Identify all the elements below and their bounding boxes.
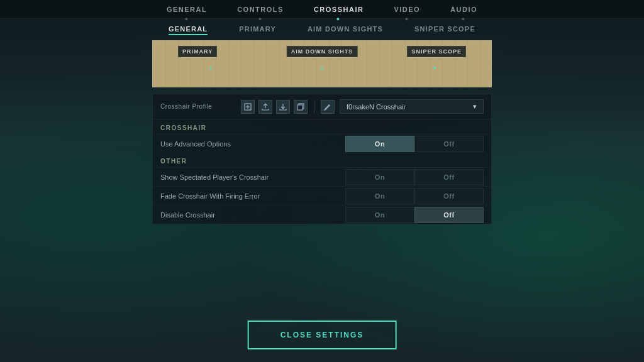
svg-rect-4 (297, 105, 303, 110)
dropdown-arrow-icon: ▾ (473, 102, 477, 111)
profile-dropdown[interactable]: f0rsakeN Crosshair ▾ (340, 99, 484, 114)
toggle-show-spectated: On Off (345, 169, 484, 185)
toggle-spectated-off[interactable]: Off (414, 169, 484, 185)
preview-label-sniper: SNIPER SCOPE (407, 46, 466, 57)
sub-navigation: GENERAL PRIMARY AIM DOWN SIGHTS SNIPER S… (0, 19, 644, 40)
toggle-advanced-options: On Off (345, 136, 484, 152)
nav-item-crosshair[interactable]: CROSSHAIR (311, 1, 367, 18)
other-section-header: OTHER (153, 153, 491, 167)
profile-download-button[interactable] (276, 100, 290, 114)
setting-label-show-spectated: Show Spectated Player's Crosshair (160, 173, 345, 181)
toggle-fade-crosshair: On Off (345, 188, 484, 204)
subnav-general[interactable]: GENERAL (169, 25, 208, 35)
preview-label-ads: AIM DOWN SIGHTS (287, 46, 358, 57)
nav-item-audio[interactable]: AUDIO (448, 1, 480, 18)
toggle-disable-off[interactable]: Off (414, 207, 484, 223)
toggle-disable-crosshair: On Off (345, 207, 484, 223)
setting-show-spectated: Show Spectated Player's Crosshair On Off (153, 167, 491, 186)
toggle-fade-off[interactable]: Off (414, 188, 484, 204)
crosshair-profile-row: Crosshair Profile (153, 94, 491, 119)
svg-line-5 (329, 104, 330, 106)
profile-upload-button[interactable] (258, 100, 272, 114)
profile-separator (314, 101, 314, 113)
setting-disable-crosshair: Disable Crosshair On Off (153, 205, 491, 224)
setting-label-disable: Disable Crosshair (160, 211, 345, 219)
profile-icon-group (241, 100, 335, 114)
top-navigation: GENERAL CONTROLS CROSSHAIR VIDEO AUDIO (0, 0, 644, 19)
profile-new-button[interactable] (241, 100, 255, 114)
profile-selected-value: f0rsakeN Crosshair (347, 103, 406, 111)
close-settings-button[interactable]: CLOSE SETTINGS (248, 321, 397, 349)
preview-label-primary: PRIMARY (178, 46, 217, 57)
crosshair-sniper-indicator (433, 67, 436, 69)
nav-item-controls[interactable]: CONTROLS (235, 1, 286, 18)
toggle-disable-on[interactable]: On (345, 207, 414, 223)
crosshair-preview: PRIMARY AIM DOWN SIGHTS SNIPER SCOPE + + (152, 40, 492, 87)
setting-label-advanced: Use Advanced Options (160, 140, 345, 148)
profile-edit-button[interactable] (321, 100, 335, 114)
toggle-spectated-on[interactable]: On (345, 169, 414, 185)
setting-label-fade: Fade Crosshair With Firing Error (160, 192, 345, 200)
subnav-primary[interactable]: PRIMARY (239, 25, 276, 35)
toggle-advanced-off[interactable]: Off (414, 136, 484, 152)
setting-use-advanced-options: Use Advanced Options On Off (153, 134, 491, 153)
close-settings-container: CLOSE SETTINGS (248, 321, 397, 349)
nav-item-general[interactable]: GENERAL (164, 1, 209, 18)
crosshair-primary-indicator: + (208, 64, 213, 73)
toggle-fade-on[interactable]: On (345, 188, 414, 204)
profile-copy-button[interactable] (294, 100, 308, 114)
crosshair-ads-indicator: + (319, 64, 324, 73)
subnav-aim-down-sights[interactable]: AIM DOWN SIGHTS (308, 25, 383, 35)
nav-item-video[interactable]: VIDEO (391, 1, 423, 18)
setting-fade-crosshair: Fade Crosshair With Firing Error On Off (153, 186, 491, 205)
profile-label: Crosshair Profile (160, 103, 236, 110)
subnav-sniper-scope[interactable]: SNIPER SCOPE (414, 25, 475, 35)
crosshair-section-header: CROSSHAIR (153, 119, 491, 134)
toggle-advanced-on[interactable]: On (345, 136, 414, 152)
settings-panel: Crosshair Profile (152, 94, 492, 224)
